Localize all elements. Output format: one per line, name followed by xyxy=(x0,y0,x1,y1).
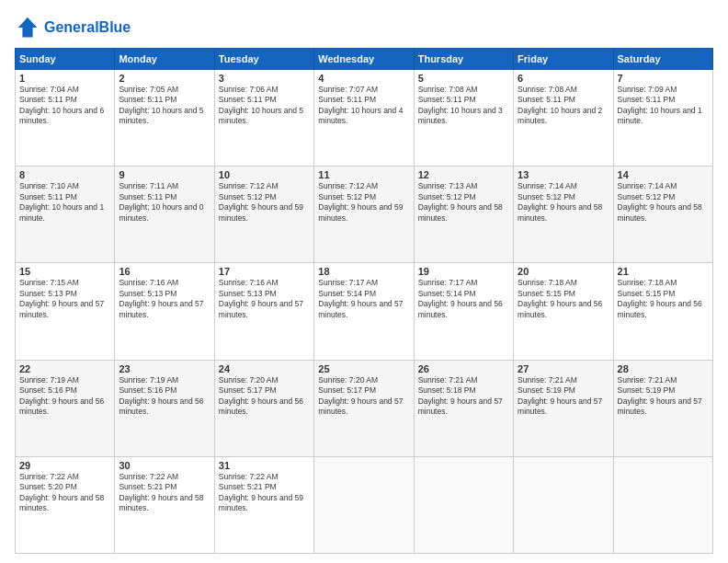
day-number: 30 xyxy=(119,460,210,471)
day-cell: 19 Sunrise: 7:17 AMSunset: 5:14 PMDaylig… xyxy=(414,263,513,360)
day-cell xyxy=(514,456,613,553)
day-cell: 21 Sunrise: 7:18 AMSunset: 5:15 PMDaylig… xyxy=(613,263,712,360)
day-cell: 28 Sunrise: 7:21 AMSunset: 5:19 PMDaylig… xyxy=(613,360,712,456)
day-number: 19 xyxy=(418,266,509,277)
day-cell: 22 Sunrise: 7:19 AMSunset: 5:16 PMDaylig… xyxy=(16,360,115,456)
header: GeneralBlue xyxy=(15,15,713,40)
logo-icon xyxy=(15,15,40,40)
day-info: Sunrise: 7:05 AMSunset: 5:11 PMDaylight:… xyxy=(119,85,210,127)
day-number: 27 xyxy=(518,363,609,374)
day-number: 16 xyxy=(119,266,210,277)
day-cell: 7 Sunrise: 7:09 AMSunset: 5:11 PMDayligh… xyxy=(613,70,712,167)
col-header-friday: Friday xyxy=(514,49,613,70)
day-cell: 12 Sunrise: 7:13 AMSunset: 5:12 PMDaylig… xyxy=(414,167,513,263)
day-cell: 3 Sunrise: 7:06 AMSunset: 5:11 PMDayligh… xyxy=(214,70,313,167)
day-number: 15 xyxy=(19,266,110,277)
day-number: 24 xyxy=(219,363,310,374)
col-header-thursday: Thursday xyxy=(414,49,513,70)
day-number: 7 xyxy=(618,73,709,84)
day-number: 17 xyxy=(219,266,310,277)
day-cell: 6 Sunrise: 7:08 AMSunset: 5:11 PMDayligh… xyxy=(514,70,613,167)
day-cell: 2 Sunrise: 7:05 AMSunset: 5:11 PMDayligh… xyxy=(115,70,214,167)
day-info: Sunrise: 7:18 AMSunset: 5:15 PMDaylight:… xyxy=(618,278,709,320)
day-number: 20 xyxy=(518,266,609,277)
day-cell: 8 Sunrise: 7:10 AMSunset: 5:11 PMDayligh… xyxy=(16,167,115,263)
day-number: 31 xyxy=(219,460,310,471)
logo-area: GeneralBlue xyxy=(15,15,131,40)
day-cell: 24 Sunrise: 7:20 AMSunset: 5:17 PMDaylig… xyxy=(214,360,313,456)
day-cell: 27 Sunrise: 7:21 AMSunset: 5:19 PMDaylig… xyxy=(514,360,613,456)
day-cell: 11 Sunrise: 7:12 AMSunset: 5:12 PMDaylig… xyxy=(314,167,414,263)
day-number: 13 xyxy=(518,169,609,180)
day-cell: 14 Sunrise: 7:14 AMSunset: 5:12 PMDaylig… xyxy=(613,167,712,263)
day-number: 14 xyxy=(618,169,709,180)
day-info: Sunrise: 7:21 AMSunset: 5:18 PMDaylight:… xyxy=(418,375,509,418)
day-info: Sunrise: 7:21 AMSunset: 5:19 PMDaylight:… xyxy=(518,375,609,418)
day-info: Sunrise: 7:09 AMSunset: 5:11 PMDaylight:… xyxy=(618,85,709,127)
day-info: Sunrise: 7:12 AMSunset: 5:12 PMDaylight:… xyxy=(219,181,310,224)
day-info: Sunrise: 7:22 AMSunset: 5:21 PMDaylight:… xyxy=(119,472,210,514)
col-header-wednesday: Wednesday xyxy=(314,49,414,70)
day-cell xyxy=(613,456,712,553)
day-info: Sunrise: 7:16 AMSunset: 5:13 PMDaylight:… xyxy=(119,278,210,320)
day-number: 21 xyxy=(618,266,709,277)
day-info: Sunrise: 7:08 AMSunset: 5:11 PMDaylight:… xyxy=(418,85,509,127)
day-cell: 17 Sunrise: 7:16 AMSunset: 5:13 PMDaylig… xyxy=(214,263,313,360)
col-header-tuesday: Tuesday xyxy=(214,49,313,70)
day-cell: 25 Sunrise: 7:20 AMSunset: 5:17 PMDaylig… xyxy=(314,360,414,456)
day-cell: 5 Sunrise: 7:08 AMSunset: 5:11 PMDayligh… xyxy=(414,70,513,167)
day-number: 22 xyxy=(19,363,110,374)
day-info: Sunrise: 7:15 AMSunset: 5:13 PMDaylight:… xyxy=(19,278,110,320)
col-header-sunday: Sunday xyxy=(16,49,115,70)
day-info: Sunrise: 7:04 AMSunset: 5:11 PMDaylight:… xyxy=(19,85,110,127)
calendar-table: SundayMondayTuesdayWednesdayThursdayFrid… xyxy=(15,48,713,554)
day-number: 1 xyxy=(19,73,110,84)
day-info: Sunrise: 7:17 AMSunset: 5:14 PMDaylight:… xyxy=(318,278,409,320)
day-number: 23 xyxy=(119,363,210,374)
day-cell: 31 Sunrise: 7:22 AMSunset: 5:21 PMDaylig… xyxy=(214,456,313,553)
day-cell: 15 Sunrise: 7:15 AMSunset: 5:13 PMDaylig… xyxy=(16,263,115,360)
day-cell: 1 Sunrise: 7:04 AMSunset: 5:11 PMDayligh… xyxy=(16,70,115,167)
day-number: 28 xyxy=(618,363,709,374)
day-cell: 23 Sunrise: 7:19 AMSunset: 5:16 PMDaylig… xyxy=(115,360,214,456)
week-row-1: 1 Sunrise: 7:04 AMSunset: 5:11 PMDayligh… xyxy=(16,70,713,167)
day-info: Sunrise: 7:17 AMSunset: 5:14 PMDaylight:… xyxy=(418,278,509,320)
day-info: Sunrise: 7:10 AMSunset: 5:11 PMDaylight:… xyxy=(19,181,110,224)
day-cell: 18 Sunrise: 7:17 AMSunset: 5:14 PMDaylig… xyxy=(314,263,414,360)
day-number: 2 xyxy=(119,73,210,84)
day-info: Sunrise: 7:13 AMSunset: 5:12 PMDaylight:… xyxy=(418,181,509,224)
day-number: 3 xyxy=(219,73,310,84)
day-info: Sunrise: 7:16 AMSunset: 5:13 PMDaylight:… xyxy=(219,278,310,320)
week-row-5: 29 Sunrise: 7:22 AMSunset: 5:20 PMDaylig… xyxy=(16,456,713,553)
day-number: 11 xyxy=(318,169,409,180)
day-cell: 13 Sunrise: 7:14 AMSunset: 5:12 PMDaylig… xyxy=(514,167,613,263)
day-number: 4 xyxy=(318,73,409,84)
day-number: 6 xyxy=(518,73,609,84)
day-info: Sunrise: 7:20 AMSunset: 5:17 PMDaylight:… xyxy=(318,375,409,418)
day-cell: 30 Sunrise: 7:22 AMSunset: 5:21 PMDaylig… xyxy=(115,456,214,553)
day-cell: 9 Sunrise: 7:11 AMSunset: 5:11 PMDayligh… xyxy=(115,167,214,263)
day-number: 10 xyxy=(219,169,310,180)
week-row-4: 22 Sunrise: 7:19 AMSunset: 5:16 PMDaylig… xyxy=(16,360,713,456)
day-info: Sunrise: 7:21 AMSunset: 5:19 PMDaylight:… xyxy=(618,375,709,418)
logo-general: General xyxy=(44,19,99,35)
day-info: Sunrise: 7:22 AMSunset: 5:20 PMDaylight:… xyxy=(19,472,110,514)
day-info: Sunrise: 7:12 AMSunset: 5:12 PMDaylight:… xyxy=(318,181,409,224)
day-info: Sunrise: 7:22 AMSunset: 5:21 PMDaylight:… xyxy=(219,472,310,514)
day-cell: 10 Sunrise: 7:12 AMSunset: 5:12 PMDaylig… xyxy=(214,167,313,263)
day-number: 9 xyxy=(119,169,210,180)
day-info: Sunrise: 7:19 AMSunset: 5:16 PMDaylight:… xyxy=(119,375,210,418)
day-info: Sunrise: 7:14 AMSunset: 5:12 PMDaylight:… xyxy=(518,181,609,224)
day-number: 8 xyxy=(19,169,110,180)
day-info: Sunrise: 7:14 AMSunset: 5:12 PMDaylight:… xyxy=(618,181,709,224)
week-row-3: 15 Sunrise: 7:15 AMSunset: 5:13 PMDaylig… xyxy=(16,263,713,360)
logo-blue: Blue xyxy=(99,19,131,35)
day-info: Sunrise: 7:20 AMSunset: 5:17 PMDaylight:… xyxy=(219,375,310,418)
day-cell: 4 Sunrise: 7:07 AMSunset: 5:11 PMDayligh… xyxy=(314,70,414,167)
day-cell: 29 Sunrise: 7:22 AMSunset: 5:20 PMDaylig… xyxy=(16,456,115,553)
day-cell: 26 Sunrise: 7:21 AMSunset: 5:18 PMDaylig… xyxy=(414,360,513,456)
day-number: 12 xyxy=(418,169,509,180)
day-info: Sunrise: 7:11 AMSunset: 5:11 PMDaylight:… xyxy=(119,181,210,224)
day-info: Sunrise: 7:07 AMSunset: 5:11 PMDaylight:… xyxy=(318,85,409,127)
day-cell: 20 Sunrise: 7:18 AMSunset: 5:15 PMDaylig… xyxy=(514,263,613,360)
